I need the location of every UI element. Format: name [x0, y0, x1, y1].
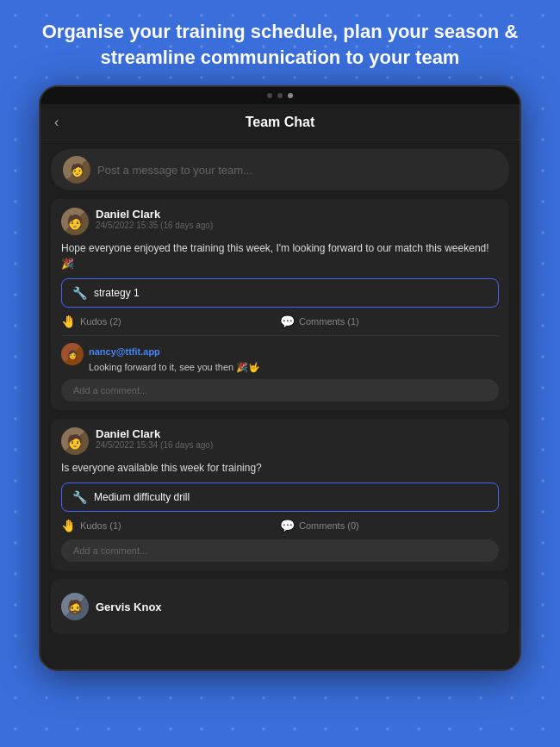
author-name-1: Daniel Clark — [96, 208, 213, 221]
avatar-gervis: 🧔 — [61, 593, 89, 620]
comments-icon-1: 💬 — [280, 314, 295, 328]
actions-row-1: 🤚 Kudos (2) 💬 Comments (1) — [61, 314, 499, 328]
kudos-icon-1: 🤚 — [61, 314, 76, 328]
status-bar — [40, 87, 520, 104]
status-dot-3 — [288, 93, 293, 98]
status-dot-2 — [277, 93, 283, 98]
strategy-label-1: strategy 1 — [94, 287, 140, 299]
message-body-2: Is everyone available this week for trai… — [61, 460, 499, 476]
strategy-icon-1: 🔧 — [72, 286, 87, 300]
message-card-1: 🧑 Daniel Clark 24/5/2022 15:35 (16 days … — [51, 199, 509, 410]
avatar-nancy: 👩 — [61, 343, 84, 365]
strategy-label-2: Medium difficulty drill — [94, 491, 190, 503]
message-body-1: Hope everyone enjoyed the training this … — [61, 240, 499, 271]
kudos-2[interactable]: 🤚 Kudos (1) — [61, 519, 280, 532]
comment-author-1: nancy@ttfit.app — [89, 346, 160, 357]
chat-container[interactable]: 🧑 Post a message to your team... 🧑 Danie… — [40, 140, 520, 669]
message-header-1: 🧑 Daniel Clark 24/5/2022 15:35 (16 days … — [61, 208, 499, 235]
post-placeholder: Post a message to your team... — [97, 164, 252, 177]
add-comment-2[interactable]: Add a comment... — [61, 539, 499, 562]
comments-label-2: Comments (0) — [299, 520, 359, 531]
comments-label-1: Comments (1) — [299, 316, 359, 327]
avatar-daniel-2: 🧑 — [61, 427, 89, 455]
nav-bar: ‹ Team Chat — [40, 104, 520, 140]
strategy-icon-2: 🔧 — [72, 490, 87, 504]
kudos-1[interactable]: 🤚 Kudos (2) — [61, 314, 280, 328]
status-dot-1 — [267, 93, 272, 98]
gervis-card: 🧔 Gervis Knox — [51, 579, 509, 634]
add-comment-1[interactable]: Add a comment... — [61, 379, 499, 402]
comment-row-1: 👩 nancy@ttfit.app Looking forward to it,… — [61, 343, 499, 374]
author-name-2: Daniel Clark — [96, 427, 213, 440]
comments-action-2[interactable]: 💬 Comments (0) — [280, 519, 499, 532]
back-button[interactable]: ‹ — [54, 115, 59, 130]
author-info-1: Daniel Clark 24/5/2022 15:35 (16 days ag… — [96, 208, 213, 230]
kudos-label-1: Kudos (2) — [80, 316, 121, 327]
comments-section-1: 👩 nancy@ttfit.app Looking forward to it,… — [61, 335, 499, 374]
kudos-label-2: Kudos (1) — [80, 520, 121, 531]
author-time-1: 24/5/2022 15:35 (16 days ago) — [96, 221, 213, 230]
gervis-name: Gervis Knox — [96, 601, 162, 613]
author-time-2: 24/5/2022 15:34 (16 days ago) — [96, 440, 213, 450]
avatar-post: 🧑 — [63, 156, 90, 184]
author-info-2: Daniel Clark 24/5/2022 15:34 (16 days ag… — [96, 427, 213, 450]
tablet-frame: ‹ Team Chat 🧑 Post a message to your tea… — [39, 85, 521, 671]
page-header: Organise your training schedule, plan yo… — [0, 0, 560, 85]
actions-row-2: 🤚 Kudos (1) 💬 Comments (0) — [61, 519, 499, 532]
gervis-row: 🧔 Gervis Knox — [61, 588, 499, 626]
strategy-card-2[interactable]: 🔧 Medium difficulty drill — [61, 482, 499, 512]
nav-title: Team Chat — [246, 115, 315, 130]
strategy-card-1[interactable]: 🔧 strategy 1 — [61, 278, 499, 308]
kudos-icon-2: 🤚 — [61, 519, 76, 532]
comment-content-1: nancy@ttfit.app Looking forward to it, s… — [89, 343, 260, 374]
message-card-2: 🧑 Daniel Clark 24/5/2022 15:34 (16 days … — [51, 419, 509, 570]
comment-text-1: Looking forward to it, see you then 🎉🤟 — [89, 362, 260, 372]
comments-action-1[interactable]: 💬 Comments (1) — [280, 314, 499, 328]
avatar-daniel-1: 🧑 — [61, 208, 89, 235]
post-input-row[interactable]: 🧑 Post a message to your team... — [51, 149, 509, 190]
comments-icon-2: 💬 — [280, 519, 295, 532]
message-header-2: 🧑 Daniel Clark 24/5/2022 15:34 (16 days … — [61, 427, 499, 455]
